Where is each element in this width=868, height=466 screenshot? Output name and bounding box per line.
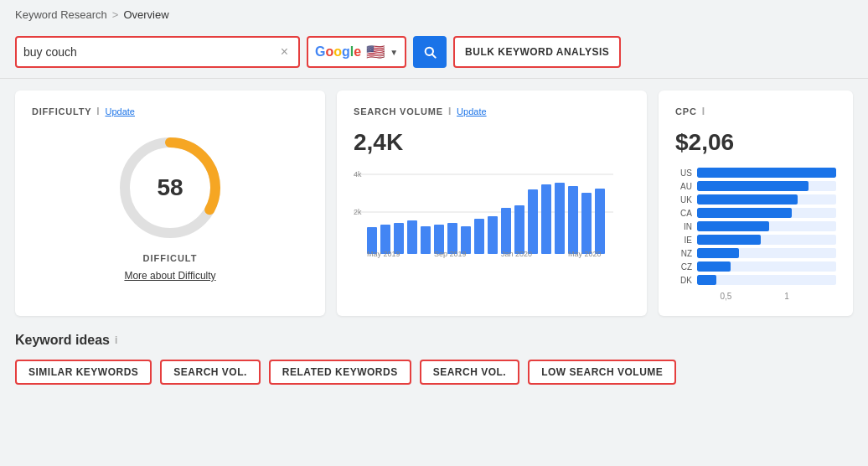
volume-bar-chart: 4k 2k (354, 166, 630, 258)
cpc-row-uk: UK (675, 194, 836, 205)
svg-text:2k: 2k (354, 208, 362, 216)
svg-text:May 2019: May 2019 (367, 250, 400, 258)
svg-rect-17 (488, 216, 498, 254)
cpc-bar-chart: US AU UK CA IN IE (675, 168, 836, 301)
engine-selector[interactable]: Google 🇺🇸 ▼ (307, 36, 406, 68)
cpc-row-ca: CA (675, 208, 836, 218)
cpc-row-ie: IE (675, 235, 836, 245)
tab-related-keywords[interactable]: RELATED KEYWORDS (269, 360, 411, 385)
search-button[interactable] (413, 36, 447, 68)
difficulty-label: DIFFICULT (142, 253, 197, 263)
svg-rect-16 (474, 219, 484, 254)
keyword-ideas-title: Keyword ideas i (15, 333, 853, 348)
search-volume-title: SEARCH VOLUME i Update (354, 106, 630, 117)
svg-rect-20 (528, 189, 538, 254)
country-flag: 🇺🇸 (366, 43, 385, 61)
cpc-row-nz: NZ (675, 248, 836, 258)
difficulty-card: DIFFICULTY i Update 58 DIFFICULT More ab… (15, 91, 325, 316)
bulk-keyword-analysis-button[interactable]: BULK KEYWORD ANALYSIS (453, 36, 621, 68)
svg-rect-25 (595, 189, 605, 254)
cpc-row-au: AU (675, 181, 836, 191)
search-bar: × Google 🇺🇸 ▼ BULK KEYWORD ANALYSIS (0, 29, 868, 78)
tab-similar-keywords[interactable]: SIMILAR KEYWORDS (15, 360, 152, 385)
cpc-row-dk: DK (675, 275, 836, 285)
svg-text:May 2020: May 2020 (568, 250, 602, 258)
svg-rect-18 (501, 208, 511, 254)
cpc-title: CPC i (675, 106, 836, 117)
cpc-row-us: US (675, 168, 836, 178)
tab-low-search-volume[interactable]: LOW SEARCH VOLUME (528, 360, 676, 385)
svg-rect-22 (555, 183, 565, 254)
donut-chart: 58 (111, 129, 229, 246)
difficulty-update-link[interactable]: Update (105, 106, 134, 116)
cpc-row-cz: CZ (675, 261, 836, 272)
search-input-wrap: × (15, 36, 300, 68)
keyword-ideas-section: Keyword ideas i SIMILAR KEYWORDS SEARCH … (0, 333, 868, 385)
keyword-ideas-tabs: SIMILAR KEYWORDS SEARCH VOL. RELATED KEY… (15, 360, 853, 385)
svg-text:4k: 4k (354, 170, 362, 179)
volume-value: 2,4K (354, 129, 630, 156)
difficulty-title: DIFFICULTY i Update (32, 106, 308, 117)
cpc-row-in: IN (675, 221, 836, 231)
volume-info-icon[interactable]: i (448, 106, 452, 117)
search-input[interactable] (23, 45, 277, 59)
cpc-value: $2,06 (675, 129, 836, 156)
more-about-difficulty-link[interactable]: More about Difficulty (124, 270, 215, 282)
breadcrumb-parent[interactable]: Keyword Research (15, 8, 107, 21)
donut-wrap: 58 DIFFICULT More about Difficulty (32, 129, 308, 282)
chevron-down-icon: ▼ (390, 48, 398, 57)
breadcrumb-current: Overview (123, 8, 168, 21)
difficulty-value: 58 (157, 174, 183, 201)
svg-text:Jan 2020: Jan 2020 (501, 250, 532, 258)
svg-rect-21 (541, 184, 551, 254)
cpc-x-axis: 0,5 1 (675, 292, 836, 301)
search-volume-card: SEARCH VOLUME i Update 2,4K 4k 2k (337, 91, 647, 316)
svg-rect-19 (514, 205, 524, 254)
keyword-ideas-info-icon[interactable]: i (115, 334, 117, 346)
breadcrumb-separator: > (112, 8, 119, 21)
svg-text:Sep 2019: Sep 2019 (434, 250, 467, 258)
svg-rect-12 (421, 226, 431, 254)
tab-similar-search-vol[interactable]: SEARCH VOL. (160, 360, 261, 385)
svg-line-1 (432, 54, 436, 58)
svg-rect-23 (568, 186, 578, 254)
svg-rect-11 (407, 220, 417, 254)
google-g-icon: Google (315, 44, 361, 60)
difficulty-info-icon[interactable]: i (96, 106, 100, 117)
volume-update-link[interactable]: Update (457, 106, 486, 116)
cpc-info-icon[interactable]: i (702, 106, 705, 117)
divider (0, 78, 868, 79)
tab-related-search-vol[interactable]: SEARCH VOL. (420, 360, 520, 385)
clear-button[interactable]: × (277, 44, 292, 60)
svg-rect-24 (581, 193, 592, 254)
cpc-card: CPC i $2,06 US AU UK CA IN (659, 91, 853, 316)
breadcrumb: Keyword Research > Overview (0, 0, 868, 29)
cards-row: DIFFICULTY i Update 58 DIFFICULT More ab… (0, 91, 868, 316)
